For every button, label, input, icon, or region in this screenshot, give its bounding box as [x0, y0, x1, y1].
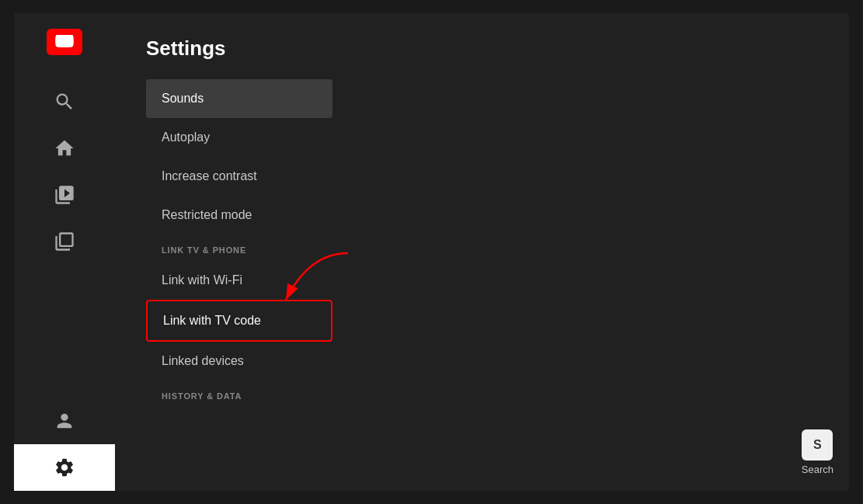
- menu-item-restricted-mode[interactable]: Restricted mode: [146, 196, 332, 235]
- menu-item-sounds[interactable]: Sounds: [146, 79, 332, 118]
- sidebar-item-settings[interactable]: [14, 444, 115, 491]
- menu-item-linked-devices[interactable]: Linked devices: [146, 342, 332, 381]
- search-button-label: Search: [802, 464, 833, 475]
- menu-item-link-wifi[interactable]: Link with Wi-Fi: [146, 261, 332, 300]
- youtube-logo[interactable]: [47, 29, 82, 55]
- page-title: Settings: [146, 36, 818, 61]
- account-icon: [54, 410, 75, 432]
- youtube-play-icon: [55, 35, 74, 49]
- menu-item-link-tv-code[interactable]: Link with TV code: [146, 300, 332, 342]
- search-key-badge: S: [802, 429, 833, 461]
- sidebar: [14, 13, 115, 491]
- menu-item-increase-contrast[interactable]: Increase contrast: [146, 157, 332, 196]
- search-icon: [54, 91, 75, 113]
- main-content: Settings Sounds Autoplay Increase contra…: [115, 13, 849, 491]
- sidebar-item-home[interactable]: [14, 125, 115, 172]
- home-icon: [54, 137, 75, 159]
- library-icon: [54, 231, 75, 252]
- subscriptions-icon: [54, 184, 75, 206]
- app-screen: Settings Sounds Autoplay Increase contra…: [14, 13, 849, 491]
- section-label-history: HISTORY & DATA: [146, 381, 332, 407]
- menu-item-link-tv-code-container: Link with TV code: [146, 300, 332, 342]
- settings-menu: Sounds Autoplay Increase contrast Restri…: [146, 79, 332, 407]
- section-label-link-tv: LINK TV & PHONE: [146, 235, 332, 261]
- sidebar-bottom: [14, 398, 115, 491]
- search-button-container[interactable]: S Search: [802, 429, 833, 475]
- settings-icon: [54, 457, 75, 478]
- sidebar-item-subscriptions[interactable]: [14, 172, 115, 218]
- sidebar-item-library[interactable]: [14, 218, 115, 265]
- menu-item-autoplay[interactable]: Autoplay: [146, 118, 332, 157]
- sidebar-item-search[interactable]: [14, 78, 115, 125]
- sidebar-item-account[interactable]: [14, 398, 115, 444]
